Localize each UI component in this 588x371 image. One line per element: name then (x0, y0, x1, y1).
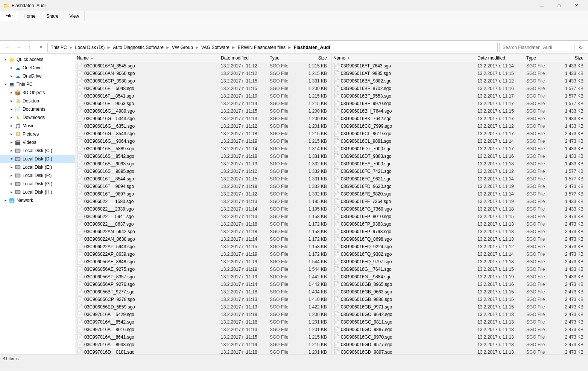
col-name-right[interactable]: Name ▲ (333, 55, 477, 61)
table-row[interactable]: 03G906016BK_7642.sgo 13.2.2017 r. 11:17 … (332, 115, 588, 122)
breadcrumb-item-3[interactable]: VW Group (172, 45, 193, 50)
col-type-right[interactable]: Type (526, 55, 556, 61)
table-row[interactable]: 03G906016GB_9886.sgo 13.2.2017 r. 11:15 … (332, 296, 588, 303)
table-row[interactable]: 03C997016A__6542.sgo 13.2.2017 r. 11:18 … (75, 318, 331, 326)
table-row[interactable]: 03G906016GC_9642.sgo 13.2.2017 r. 11:18 … (332, 311, 588, 318)
sidebar-item-3d-objects[interactable]: ► 📦 3D Objects (0, 89, 75, 97)
table-row[interactable]: 03C906016T__8544.sgo 13.2.2017 r. 11:15 … (75, 175, 331, 183)
table-row[interactable]: 03G906016FP_9383.sgo 13.2.2017 r. 11:13 … (332, 220, 588, 228)
table-row[interactable]: 03C906022___2339.sgo 13.2.2017 r. 11:14 … (75, 205, 331, 213)
table-row[interactable]: 03G906016BH_7644.sgo 13.2.2017 r. 11:15 … (332, 107, 588, 115)
table-row[interactable]: 03G906016FC_7421.sgo 13.2.2017 r. 11:12 … (332, 168, 588, 175)
table-row[interactable]: 03C906016S__9093.sgo 13.2.2017 r. 11:13 … (75, 160, 331, 168)
table-row[interactable]: 03G906016GC_9887.sgo 13.2.2017 r. 11:18 … (332, 326, 588, 333)
search-box[interactable] (499, 43, 574, 52)
sidebar-item-local-disk-d[interactable]: ▼ Local Disk (D:) (0, 155, 75, 163)
table-row[interactable]: 03C906016S__9895.sgo 13.2.2017 r. 11:12 … (75, 168, 331, 175)
refresh-button[interactable]: ↻ (576, 43, 586, 52)
table-row[interactable]: 03G906016AT_7643.sgo 13.2.2017 r. 11:14 … (332, 62, 588, 70)
table-row[interactable]: 03G906016DT_7000.sgo 13.2.2017 r. 11:17 … (332, 145, 588, 153)
table-row[interactable]: 03C997016D__0181.sgo 13.2.2017 r. 11:18 … (75, 348, 331, 354)
table-row[interactable]: 03G906016GC_9811.sgo 13.2.2017 r. 11:13 … (332, 318, 588, 326)
sidebar-item-desktop[interactable]: ► 🖥 Desktop (0, 97, 75, 105)
table-row[interactable]: 03C906016S__8542.sgo 13.2.2017 r. 11:18 … (75, 153, 331, 160)
sidebar-item-pictures[interactable]: ► 🖼 Pictures (0, 130, 75, 138)
table-row[interactable]: 03G906016CL_9619.sgo 13.2.2017 r. 11:17 … (332, 130, 588, 137)
sidebar-item-local-disk-c[interactable]: ► Local Disk (C:) (0, 147, 75, 155)
table-row[interactable]: 03C906056ED_5859.sgo 13.2.2017 r. 11:13 … (75, 303, 331, 311)
table-row[interactable]: 03C906056AE_8848.sgo 13.2.2017 r. 11:19 … (75, 258, 331, 266)
table-row[interactable]: 03C997016A__8641.sgo 13.2.2017 r. 11:15 … (75, 333, 331, 341)
breadcrumb-item-5[interactable]: ERWIN Flashdaten files (238, 45, 286, 50)
sidebar-item-videos[interactable]: ► 🎬 Videos (0, 138, 75, 147)
table-row[interactable]: 03C906016F__9063.sgo 13.2.2017 r. 11:14 … (75, 100, 331, 107)
table-row[interactable]: 03G906016G__9884.sgo 13.2.2017 r. 11:19 … (332, 273, 588, 281)
col-size-right[interactable]: Size (556, 55, 586, 61)
table-row[interactable]: 03C906022AP_8639.sgo 13.2.2017 r. 11:19 … (75, 250, 331, 258)
table-row[interactable]: 03G906016GB_8965.sgo 13.2.2017 r. 11:16 … (332, 281, 588, 288)
table-row[interactable]: 03C906022___1580.sgo 13.2.2017 r. 11:13 … (75, 198, 331, 205)
table-row[interactable]: 03G906016FF_7364.sgo 13.2.2017 r. 11:19 … (332, 198, 588, 205)
table-row[interactable]: 03C906022___5941.sgo 13.2.2017 r. 11:13 … (75, 213, 331, 220)
sidebar-item-onedrive2[interactable]: ► ☁ OneDrive (0, 72, 75, 80)
sidebar-item-quick-access[interactable]: ▼ ⭐ Quick access (0, 55, 75, 64)
table-row[interactable]: 03C906016G__8543.sgo 13.2.2017 r. 11:18 … (75, 130, 331, 137)
close-button[interactable]: ✕ (568, 0, 585, 11)
table-row[interactable]: 03G906016DT_9883.sgo 13.2.2017 r. 11:16 … (332, 153, 588, 160)
table-row[interactable]: 03G906016GD_9577.sgo 13.2.2017 r. 11:18 … (332, 341, 588, 348)
table-row[interactable]: 03C906016G__6351.sgo 13.2.2017 r. 11:12 … (75, 122, 331, 130)
sidebar-item-onedrive1[interactable]: ► ☁ OneDrive (0, 64, 75, 72)
table-row[interactable]: 03C906022AN_5942.sgo 13.2.2017 r. 11:18 … (75, 228, 331, 235)
table-row[interactable]: 03G906016BF_8702.sgo 13.2.2017 r. 11:16 … (332, 85, 588, 92)
table-row[interactable]: 03G906016GD_9897.sgo 13.2.2017 r. 11:13 … (332, 348, 588, 354)
sidebar-item-music[interactable]: ► 🎵 Music (0, 122, 75, 130)
table-row[interactable]: 03C906056CP_9278.sgo 13.2.2017 r. 11:13 … (75, 296, 331, 303)
sidebar-item-this-pc[interactable]: ▼ 💻 This PC (0, 80, 75, 89)
breadcrumb-item-1[interactable]: Local Disk (D:) (75, 45, 105, 50)
maximize-button[interactable]: □ (550, 0, 568, 11)
table-row[interactable]: 03G906016BA_9882.sgo 13.2.2017 r. 11:12 … (332, 77, 588, 85)
forward-button[interactable]: → (14, 43, 23, 52)
tab-home[interactable]: Home (18, 11, 41, 21)
table-row[interactable]: 03G906016GC_9970.sgo 13.2.2017 r. 11:13 … (332, 333, 588, 341)
table-row[interactable]: 03C906016AN_9060.sgo 13.2.2017 r. 11:12 … (75, 70, 331, 77)
col-name-left[interactable]: Name ▲ (77, 55, 221, 61)
table-row[interactable]: 03G906016BF_9970.sgo 13.2.2017 r. 11:17 … (332, 100, 588, 107)
table-row[interactable]: 03C906056AE_9275.sgo 13.2.2017 r. 11:19 … (75, 266, 331, 273)
table-row[interactable]: 03G906016FE_9820.sgo 13.2.2017 r. 11:14 … (332, 190, 588, 198)
table-row[interactable]: 03G906016FQ_9224.sgo 13.2.2017 r. 11:12 … (332, 243, 588, 250)
table-row[interactable]: 03C906016AN_8545.sgo 13.2.2017 r. 11:12 … (75, 62, 331, 70)
table-row[interactable]: 03C906056AP_8357.sgo 13.2.2017 r. 11:19 … (75, 273, 331, 281)
table-row[interactable]: 03C906016S__5889.sgo 13.2.2017 r. 11:14 … (75, 145, 331, 153)
table-row[interactable]: 03G906016G__7641.sgo 13.2.2017 r. 11:15 … (332, 266, 588, 273)
back-button[interactable]: ← (2, 43, 12, 52)
table-row[interactable]: 03G906016GB_9663.sgo 13.2.2017 r. 11:15 … (332, 288, 588, 296)
table-row[interactable]: 03C906022___8637.sgo 13.2.2017 r. 11:18 … (75, 220, 331, 228)
table-row[interactable]: 03C906022AP_5943.sgo 13.2.2017 r. 11:15 … (75, 243, 331, 250)
table-row[interactable]: 03G906016BF_9553.sgo 13.2.2017 r. 11:17 … (332, 92, 588, 100)
sidebar-item-local-disk-f[interactable]: ► Local Disk (F:) (0, 171, 75, 180)
table-row[interactable]: 03C997016A__8016.sgo 13.2.2017 r. 11:13 … (75, 326, 331, 333)
sidebar-item-local-disk-e[interactable]: ► Local Disk (E:) (0, 163, 75, 171)
table-row[interactable]: 03C906016F__8541.sgo 13.2.2017 r. 11:19 … (75, 92, 331, 100)
table-row[interactable]: 03C906016G__9064.sgo 13.2.2017 r. 11:19 … (75, 137, 331, 145)
table-row[interactable]: 03G906016AT_9885.sgo 13.2.2017 r. 11:15 … (332, 70, 588, 77)
tab-share[interactable]: Share (41, 11, 64, 21)
table-row[interactable]: 03G906016FQ_9382.sgo 13.2.2017 r. 11:14 … (332, 250, 588, 258)
up-button[interactable]: ↑ (25, 43, 35, 52)
table-row[interactable]: 03C906056BT_9277.sgo 13.2.2017 r. 11:18 … (75, 288, 331, 296)
table-row[interactable]: 03G906016FQ_8698.sgo 13.2.2017 r. 11:13 … (332, 235, 588, 243)
col-date-right[interactable]: Date modified (477, 55, 526, 61)
sidebar-item-local-disk-h[interactable]: ► Local Disk (H:) (0, 188, 75, 196)
tab-file[interactable]: File (0, 11, 18, 21)
sidebar-item-documents[interactable]: ► 📄 Documents (0, 105, 75, 113)
tab-view[interactable]: View (64, 11, 85, 21)
sidebar-item-downloads[interactable]: ► ⬇ Downloads (0, 113, 75, 122)
table-row[interactable]: 03C997016A__8933.sgo 13.2.2017 r. 11:19 … (75, 341, 331, 348)
search-input[interactable] (503, 45, 571, 50)
table-row[interactable]: 03G906016CC_7999.sgo 13.2.2017 r. 11:12 … (332, 122, 588, 130)
table-row[interactable]: 03G906016FG_7369.sgo 13.2.2017 r. 11:18 … (332, 205, 588, 213)
table-row[interactable]: 03C906056AP_9276.sgo 13.2.2017 r. 11:14 … (75, 281, 331, 288)
col-date-left[interactable]: Date modified (221, 55, 270, 61)
minimize-button[interactable]: — (533, 0, 550, 11)
